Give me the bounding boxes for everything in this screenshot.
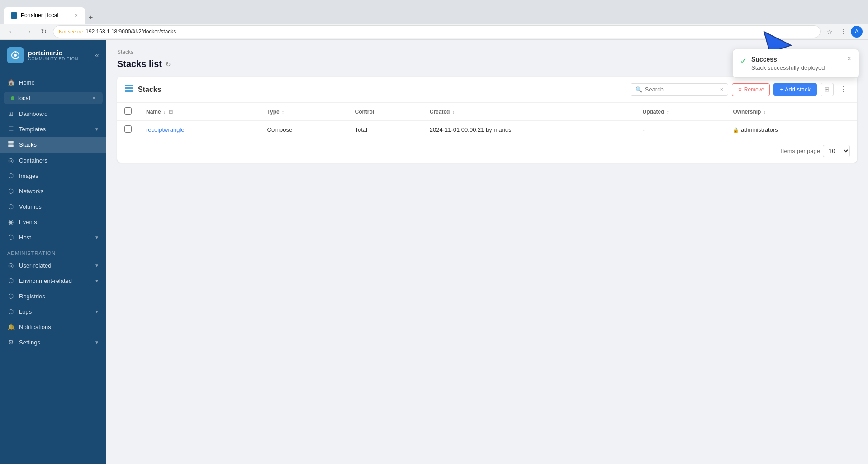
templates-icon: ☰ (7, 125, 14, 133)
environment-related-chevron-icon: ▼ (95, 278, 99, 283)
refresh-button[interactable]: ↻ (38, 25, 49, 38)
sidebar-item-templates[interactable]: ☰ Templates ▼ (0, 121, 106, 137)
created-header-label: Created (430, 109, 450, 115)
volumes-icon: ⬡ (7, 203, 14, 210)
host-icon: ⬡ (7, 234, 14, 241)
more-options-button[interactable]: ⋮ (837, 83, 850, 96)
back-button[interactable]: ← (5, 26, 18, 38)
svg-rect-6 (125, 85, 133, 86)
user-related-icon: ◎ (7, 262, 14, 269)
ownership-column-header[interactable]: Ownership ↕ (726, 103, 857, 121)
sidebar-item-environment-related-label: Environment-related (19, 277, 72, 284)
page-refresh-button[interactable]: ↻ (166, 61, 171, 68)
images-icon: ⬡ (7, 172, 14, 179)
env-close-button[interactable]: × (92, 95, 95, 101)
url-display: 192.168.1.18:9000/#!/2/docker/stacks (85, 29, 815, 35)
type-sort-icon: ↕ (282, 110, 284, 115)
checkbox-header (117, 103, 139, 121)
created-sort-icon: ↕ (452, 110, 455, 115)
logo-main-text: portainer.io (28, 49, 78, 57)
created-column-header[interactable]: Created ↕ (422, 103, 636, 121)
sidebar-item-environment-related[interactable]: ⬡ Environment-related ▼ (0, 273, 106, 288)
sidebar-item-dashboard[interactable]: ⊞ Dashboard (0, 106, 106, 121)
env-badge[interactable]: local × (4, 92, 103, 104)
sidebar-item-templates-label: Templates (19, 126, 46, 133)
control-header-label: Control (355, 109, 375, 115)
profile-avatar[interactable]: A (851, 26, 863, 38)
sidebar-item-host[interactable]: ⬡ Host ▼ (0, 230, 106, 245)
sidebar-item-events-label: Events (19, 219, 37, 225)
svg-rect-8 (125, 90, 133, 92)
remove-icon: ✕ (738, 86, 742, 93)
sidebar-item-notifications[interactable]: 🔔 Notifications (0, 319, 106, 335)
more-button[interactable]: ⋮ (837, 26, 849, 38)
add-stack-button[interactable]: + Add stack (773, 83, 817, 96)
page-title: Stacks list (117, 59, 162, 69)
sidebar-item-settings[interactable]: ⚙ Settings ▼ (0, 335, 106, 350)
bookmark-button[interactable]: ☆ (824, 26, 835, 38)
new-tab-button[interactable]: + (85, 12, 96, 24)
name-filter-icon[interactable]: ⊟ (169, 109, 173, 115)
sidebar-item-registries[interactable]: ⬡ Registries (0, 288, 106, 304)
logo-icon (7, 47, 24, 63)
view-toggle-button[interactable]: ⊞ (821, 83, 834, 96)
logs-chevron-icon: ▼ (95, 309, 99, 314)
security-warning: Not secure (59, 29, 83, 34)
sidebar-item-containers[interactable]: ◎ Containers (0, 153, 106, 168)
app-layout: portainer.io COMMUNITY EDITION « 🏠 Home … (0, 40, 868, 464)
sidebar-item-logs[interactable]: ⬡ Logs ▼ (0, 304, 106, 319)
sidebar-item-containers-label: Containers (19, 157, 47, 164)
search-input[interactable] (645, 86, 717, 93)
type-column-header[interactable]: Type ↕ (260, 103, 348, 121)
sidebar-item-networks[interactable]: ⬡ Networks (0, 183, 106, 199)
address-bar[interactable]: Not secure 192.168.1.18:9000/#!/2/docker… (53, 25, 821, 38)
name-sort-icon: ↓ (163, 110, 166, 115)
svg-rect-4 (8, 144, 14, 145)
sidebar-item-networks-label: Networks (19, 188, 43, 195)
search-clear-button[interactable]: × (720, 86, 723, 93)
sidebar-collapse-button[interactable]: « (95, 51, 99, 59)
row-checkbox[interactable] (124, 125, 132, 133)
sidebar-item-images-label: Images (19, 172, 38, 179)
notifications-icon: 🔔 (7, 323, 14, 330)
stack-name-link[interactable]: receiptwrangler (146, 126, 186, 133)
registries-icon: ⬡ (7, 292, 14, 300)
sidebar-item-images[interactable]: ⬡ Images (0, 168, 106, 183)
toast-close-button[interactable]: × (847, 55, 851, 63)
updated-header-label: Updated (642, 109, 664, 115)
sidebar-item-volumes[interactable]: ⬡ Volumes (0, 199, 106, 214)
search-box[interactable]: 🔍 × (631, 83, 728, 96)
remove-button[interactable]: ✕ Remove (732, 83, 770, 96)
templates-chevron-icon: ▼ (95, 127, 99, 132)
forward-button[interactable]: → (22, 26, 34, 38)
sidebar-item-registries-label: Registries (19, 293, 45, 300)
stacks-table: Name ↓ ⊟ Type ↕ Control Created (117, 103, 857, 139)
sidebar-item-events[interactable]: ◉ Events (0, 214, 106, 230)
sidebar-item-stacks[interactable]: Stacks (0, 137, 106, 153)
close-tab-button[interactable]: × (75, 13, 78, 18)
sidebar-item-host-label: Host (19, 234, 31, 241)
lock-icon: 🔒 (733, 127, 739, 133)
card-title: Stacks (138, 86, 626, 94)
browser-tab-active[interactable]: Portainer | local × (4, 7, 85, 24)
updated-column-header[interactable]: Updated ↕ (635, 103, 726, 121)
user-related-chevron-icon: ▼ (95, 263, 99, 268)
items-per-page-select[interactable]: 10 25 50 100 (823, 145, 850, 157)
row-control-cell: Total (348, 121, 422, 139)
logo: portainer.io COMMUNITY EDITION (7, 47, 78, 63)
logs-icon: ⬡ (7, 308, 14, 315)
ownership-value: administrators (741, 126, 778, 133)
networks-icon: ⬡ (7, 187, 14, 195)
table-footer: Items per page 10 25 50 100 (117, 139, 857, 163)
toast-content: Success Stack successfully deployed (751, 56, 843, 71)
sidebar-item-user-related[interactable]: ◎ User-related ▼ (0, 258, 106, 273)
sidebar: portainer.io COMMUNITY EDITION « 🏠 Home … (0, 40, 106, 464)
host-chevron-icon: ▼ (95, 235, 99, 240)
select-all-checkbox[interactable] (124, 107, 132, 115)
sidebar-item-home-label: Home (19, 79, 35, 86)
card-header-actions: 🔍 × ✕ Remove + Add stack ⊞ ⋮ (631, 83, 850, 96)
sidebar-item-home[interactable]: 🏠 Home (0, 75, 106, 90)
name-column-header[interactable]: Name ↓ ⊟ (139, 103, 260, 121)
type-header-label: Type (267, 109, 280, 115)
name-header-label: Name (146, 109, 161, 115)
